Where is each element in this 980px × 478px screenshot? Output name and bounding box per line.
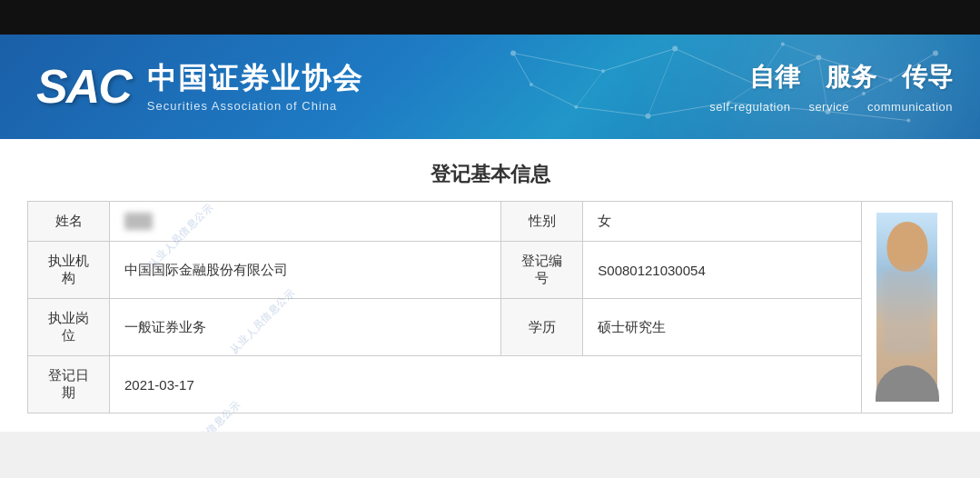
slogan-section: 自律 服务 传导 self-regulation service communi…: [709, 60, 980, 114]
photo-face: [886, 222, 927, 272]
table-row: 执业机构 中国国际金融股份有限公司 从业人员信息公示 登记编号 S0080121…: [28, 242, 953, 299]
label-reg-no: 登记编号: [501, 242, 583, 299]
label-name: 姓名: [28, 202, 110, 242]
label-education: 学历: [501, 299, 583, 356]
slogan-communication: communication: [867, 100, 953, 114]
slogan-english: self-regulation service communication: [709, 100, 953, 114]
label-position: 执业岗位: [28, 299, 110, 356]
photo-placeholder: [876, 213, 937, 402]
photo-blur-overlay: [883, 269, 932, 354]
logo-section: SAC 中国证券业协会 Securities Association of Ch…: [0, 61, 709, 113]
logo-chinese: 中国证券业协会: [147, 61, 363, 95]
photo-body: [876, 365, 939, 402]
value-gender: 女: [583, 202, 862, 242]
table-row: 姓名 关** 从业人员信息公示 性别 女: [28, 202, 953, 242]
label-institution: 执业机构: [28, 242, 110, 299]
section-title: 登记基本信息: [27, 144, 953, 201]
logo-english: Securities Association of China: [147, 99, 363, 113]
slogan-self-regulation: self-regulation: [709, 100, 790, 114]
value-name: 关** 从业人员信息公示: [110, 202, 501, 242]
slogan-service: service: [808, 100, 849, 114]
logo-text: 中国证券业协会 Securities Association of China: [147, 61, 363, 113]
svg-line-32: [782, 45, 818, 58]
main-content: 登记基本信息 姓名 关** 从业人员信息公示 性别 女 执业机构 中国国: [0, 144, 980, 432]
slogan-zilu: 自律: [749, 60, 800, 95]
photo-cell: [862, 202, 953, 413]
label-reg-date: 登记日期: [28, 356, 110, 413]
top-black-bar: [0, 0, 980, 35]
table-row: 执业岗位 一般证券业务 从业人员信息公示 学历 硕士研究生: [28, 299, 953, 356]
value-reg-no: S0080121030054: [583, 242, 862, 299]
info-table: 姓名 关** 从业人员信息公示 性别 女 执业机构 中国国际金融股份有限公司 从…: [27, 201, 953, 413]
header-banner: SAC 中国证券业协会 Securities Association of Ch…: [0, 35, 980, 139]
slogan-fuwu: 服务: [826, 60, 876, 95]
blurred-name: 关**: [124, 213, 153, 230]
value-institution: 中国国际金融股份有限公司 从业人员信息公示: [110, 242, 501, 299]
sac-abbreviation: SAC: [36, 63, 131, 110]
label-gender: 性别: [501, 202, 583, 242]
value-reg-date: 2021-03-17 从业人员信息公示: [110, 356, 862, 413]
slogan-chinese: 自律 服务 传导: [709, 60, 953, 95]
slogan-chuandao: 传导: [902, 60, 953, 95]
value-position: 一般证券业务 从业人员信息公示: [110, 299, 501, 356]
table-row: 登记日期 2021-03-17 从业人员信息公示: [28, 356, 953, 413]
value-education: 硕士研究生: [583, 299, 862, 356]
